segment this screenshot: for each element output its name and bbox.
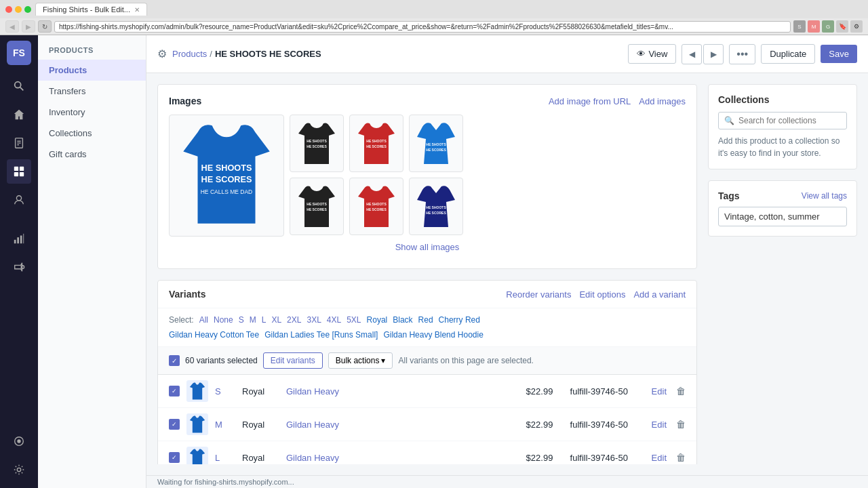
content-area: Images Add image from URL Add images xyxy=(146,73,868,475)
variant-size-l[interactable]: L xyxy=(215,453,235,463)
select-all-checkbox[interactable]: ✓ xyxy=(169,355,180,366)
variant-brand-l[interactable]: Gildan Heavy xyxy=(286,453,519,463)
select-m-link[interactable]: M xyxy=(250,315,256,325)
select-all-link[interactable]: All xyxy=(199,315,208,325)
select-none-link[interactable]: None xyxy=(214,315,233,325)
edit-options-link[interactable]: Edit options xyxy=(579,289,625,300)
search-collections-input[interactable]: 🔍 xyxy=(718,112,847,129)
sidebar-item-home[interactable] xyxy=(7,102,31,127)
sidebar-logo: FS xyxy=(7,41,31,65)
variant-color-l: Royal xyxy=(242,453,279,463)
delete-icon-m[interactable]: 🗑 xyxy=(676,419,686,430)
main-product-image[interactable]: HE SHOOTS HE SCORES HE CALLS ME DAD xyxy=(169,115,284,237)
table-row: ✓ L Royal Gildan Heavy $22.99 fulfill-39… xyxy=(158,441,696,464)
select-black-link[interactable]: Black xyxy=(393,315,412,325)
thumb-black-1[interactable]: HE SHOOTS HE SCORES xyxy=(290,115,344,172)
svg-point-18 xyxy=(17,468,20,471)
view-button[interactable]: 👁 View xyxy=(628,44,676,64)
nav-item-inventory[interactable]: Inventory xyxy=(38,102,146,123)
variant-brand-m[interactable]: Gildan Heavy xyxy=(286,420,519,430)
breadcrumb-parent[interactable]: Products xyxy=(172,49,207,59)
refresh-button[interactable]: ↻ xyxy=(38,20,52,33)
svg-text:HE SCORES: HE SCORES xyxy=(426,211,446,215)
variant-thumbnail-m xyxy=(186,413,208,435)
svg-rect-11 xyxy=(14,240,16,243)
select-gildan-hoodie-link[interactable]: Gildan Heavy Blend Hoodie xyxy=(383,330,483,340)
sidebar-item-customers[interactable] xyxy=(7,188,31,212)
select-4xl-link[interactable]: 4XL xyxy=(327,315,341,325)
select-cherry-red-link[interactable]: Cherry Red xyxy=(439,315,480,325)
row-checkbox-m[interactable]: ✓ xyxy=(169,419,180,430)
select-3xl-link[interactable]: 3XL xyxy=(307,315,321,325)
browser-tab[interactable]: Fishing Shirts - Bulk Edit... ✕ xyxy=(35,3,147,16)
duplicate-button[interactable]: Duplicate xyxy=(761,44,815,64)
select-gildan-ladies-link[interactable]: Gildan Ladies Tee [Runs Small] xyxy=(264,330,378,340)
delete-icon-l[interactable]: 🗑 xyxy=(676,452,686,463)
add-images-link[interactable]: Add images xyxy=(639,96,686,106)
tags-input[interactable] xyxy=(718,207,847,226)
variants-card: Variants Reorder variants Edit options A… xyxy=(157,280,697,464)
delete-icon-s[interactable]: 🗑 xyxy=(676,386,686,396)
breadcrumb-sep: / xyxy=(210,49,212,59)
add-image-url-link[interactable]: Add image from URL xyxy=(549,96,631,106)
sidebar-item-orders[interactable] xyxy=(7,131,31,155)
select-red-link[interactable]: Red xyxy=(418,315,433,325)
variant-sku-m: fulfill-39746-50 xyxy=(570,420,645,430)
sidebar: FS xyxy=(0,35,38,488)
view-all-tags-link[interactable]: View all tags xyxy=(802,191,847,201)
next-product-button[interactable]: ▶ xyxy=(703,44,724,64)
row-checkbox-s[interactable]: ✓ xyxy=(169,386,180,396)
thumb-blue-hoodie-1[interactable]: HE SHOOTS HE SCORES xyxy=(409,115,463,172)
thumb-red-1[interactable]: HE SHOOTS HE SCORES xyxy=(349,115,403,172)
variant-size-m[interactable]: M xyxy=(215,420,235,430)
svg-rect-8 xyxy=(14,172,18,176)
sidebar-item-analytics[interactable] xyxy=(7,226,31,251)
thumb-blue-hoodie-2[interactable]: HE SHOOTS HE SCORES xyxy=(409,178,463,235)
edit-link-s[interactable]: Edit xyxy=(652,386,667,396)
thumb-black-2[interactable]: HE SHOOTS HE SCORES xyxy=(290,178,344,235)
sidebar-item-apps[interactable] xyxy=(7,429,31,453)
show-all-images[interactable]: Show all images xyxy=(169,237,686,258)
select-l-link[interactable]: L xyxy=(262,315,267,325)
add-variant-link[interactable]: Add a variant xyxy=(633,289,686,300)
prev-product-button[interactable]: ◀ xyxy=(682,44,702,64)
tab-close-icon[interactable]: ✕ xyxy=(134,6,140,14)
images-grid: HE SHOOTS HE SCORES HE CALLS ME DAD HE S… xyxy=(169,115,686,237)
save-button[interactable]: Save xyxy=(821,45,857,63)
select-5xl-link[interactable]: 5XL xyxy=(347,315,361,325)
nav-item-transfers[interactable]: Transfers xyxy=(38,81,146,102)
select-2xl-link[interactable]: 2XL xyxy=(287,315,301,325)
edit-link-m[interactable]: Edit xyxy=(652,420,667,430)
variant-size-s[interactable]: S xyxy=(215,386,235,396)
edit-variants-button[interactable]: Edit variants xyxy=(263,352,323,369)
variant-sku-l: fulfill-39746-50 xyxy=(570,453,645,463)
svg-text:HE SHOOTS: HE SHOOTS xyxy=(366,202,387,206)
row-checkbox-l[interactable]: ✓ xyxy=(169,452,180,463)
more-actions-button[interactable]: ••• xyxy=(729,44,755,64)
svg-text:HE SCORES: HE SCORES xyxy=(201,174,252,184)
select-royal-link[interactable]: Royal xyxy=(367,315,388,325)
status-text: Waiting for fishing-shirts.myshopify.com… xyxy=(157,478,294,486)
bulk-actions-button[interactable]: Bulk actions ▾ xyxy=(328,352,393,369)
variant-brand-s[interactable]: Gildan Heavy xyxy=(286,386,519,396)
back-button[interactable]: ◀ xyxy=(5,20,19,33)
sidebar-item-products[interactable] xyxy=(7,159,31,184)
edit-link-l[interactable]: Edit xyxy=(652,453,667,463)
sidebar-item-marketing[interactable] xyxy=(7,255,31,279)
nav-item-products[interactable]: Products xyxy=(38,60,146,81)
select-xl-link[interactable]: XL xyxy=(271,315,281,325)
reorder-variants-link[interactable]: Reorder variants xyxy=(506,289,571,300)
product-panel: Images Add image from URL Add images xyxy=(157,84,697,464)
thumb-red-2[interactable]: HE SHOOTS HE SCORES xyxy=(349,178,403,235)
svg-text:HE SCORES: HE SCORES xyxy=(307,144,327,148)
select-gildan-cotton-link[interactable]: Gildan Heavy Cotton Tee xyxy=(169,330,259,340)
url-bar[interactable]: https://fishing-shirts.myshopify.com/adm… xyxy=(54,21,791,33)
select-s-link[interactable]: S xyxy=(239,315,244,325)
nav-item-collections[interactable]: Collections xyxy=(38,123,146,144)
sidebar-item-search[interactable] xyxy=(7,74,31,98)
nav-item-gift-cards[interactable]: Gift cards xyxy=(38,144,146,165)
collections-search-field[interactable] xyxy=(738,116,841,125)
topbar-actions: 👁 View ◀ ▶ ••• Duplicate Save xyxy=(628,44,857,64)
sidebar-item-settings[interactable] xyxy=(7,458,31,482)
forward-button[interactable]: ▶ xyxy=(22,20,35,33)
